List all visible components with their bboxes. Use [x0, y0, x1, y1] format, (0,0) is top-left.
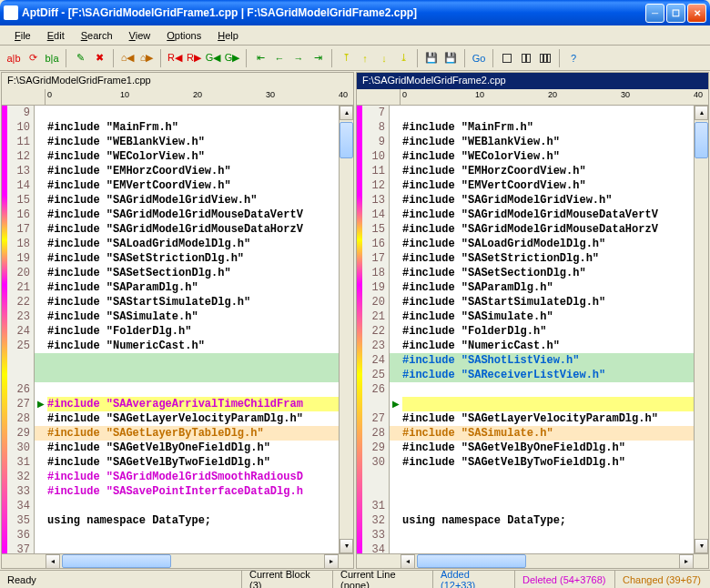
scroll-down-button[interactable]: ▾: [695, 539, 708, 553]
titlebar[interactable]: AptDiff - [F:\SAGridModelGridFrame1.cpp …: [0, 0, 710, 25]
code-line[interactable]: [402, 106, 694, 120]
scroll-left-button[interactable]: ◂: [401, 554, 415, 569]
code-line[interactable]: #include "SASimulate.h": [402, 309, 694, 324]
code-line[interactable]: #include "SAStartSimulateDlg.h": [47, 295, 339, 309]
code-line[interactable]: #include "SAParamDlg.h": [402, 280, 694, 295]
code-line[interactable]: #include "SASavePointInterfaceDataDlg.h: [47, 484, 339, 499]
next-diff-red-icon[interactable]: R▶: [186, 50, 202, 66]
right-code[interactable]: #include "MainFrm.h"#include "WEBlankVie…: [402, 106, 694, 553]
code-line[interactable]: [47, 528, 339, 542]
code-line[interactable]: [402, 499, 694, 513]
right-hscroll[interactable]: ◂ ▸: [357, 553, 708, 568]
scroll-thumb-h[interactable]: [417, 554, 526, 568]
close-button[interactable]: ✕: [687, 4, 706, 23]
code-line[interactable]: [402, 397, 694, 411]
prev-diff-green-icon[interactable]: G◀: [205, 50, 221, 66]
code-line[interactable]: #include "SAGridModelGridMouseDataHorzV: [402, 222, 694, 237]
code-line[interactable]: #include "SAGetLayerByTableDlg.h": [47, 426, 339, 441]
code-line[interactable]: #include "SASimulate.h": [402, 426, 694, 441]
code-line[interactable]: #include "SAGetLayerVelocityParamDlg.h": [402, 411, 694, 426]
code-line[interactable]: [47, 106, 339, 120]
code-line[interactable]: #include "FolderDlg.h": [47, 324, 339, 339]
left-vscroll[interactable]: ▴ ▾: [339, 106, 353, 553]
code-line[interactable]: using namespace DataType;: [402, 513, 694, 528]
code-line[interactable]: #include "SAGetVelByTwoFieldDlg.h": [47, 455, 339, 470]
go-line-icon[interactable]: Go: [471, 50, 487, 66]
menu-options[interactable]: Options: [159, 28, 208, 43]
layout-triple-icon[interactable]: [537, 50, 553, 66]
scroll-left-button[interactable]: ◂: [46, 554, 60, 569]
prev-icon[interactable]: ←: [271, 50, 288, 66]
code-line[interactable]: #include "WEBlankView.h": [402, 135, 694, 149]
home-prev-icon[interactable]: ⌂◀: [119, 50, 136, 66]
help-icon[interactable]: ?: [565, 50, 582, 66]
code-line[interactable]: #include "NumericCast.h": [402, 339, 694, 353]
code-line[interactable]: [47, 382, 339, 397]
next-icon[interactable]: →: [290, 50, 307, 66]
scroll-up-button[interactable]: ▴: [695, 106, 708, 120]
right-vscroll[interactable]: ▴ ▾: [694, 106, 708, 553]
layout-single-icon[interactable]: [499, 50, 515, 66]
right-editor[interactable]: 7891011121314151617181920212223242526272…: [357, 106, 708, 553]
code-line[interactable]: #include "SAGetVelByOneFieldDlg.h": [402, 441, 694, 455]
code-line[interactable]: [47, 368, 339, 382]
up-icon[interactable]: ↑: [357, 50, 373, 66]
code-line[interactable]: #include "SAGridModelGridSmoothRadiousD: [47, 470, 339, 484]
code-line[interactable]: using namespace DataType;: [47, 513, 339, 528]
code-line[interactable]: #include "EMVertCoordView.h": [402, 178, 694, 193]
code-line[interactable]: #include "MainFrm.h": [402, 120, 694, 135]
code-line[interactable]: #include "SAGetVelByOneFieldDlg.h": [47, 441, 339, 455]
scroll-thumb[interactable]: [695, 122, 708, 158]
code-line[interactable]: #include "SAAverageArrivalTimeChildFram: [47, 397, 339, 411]
down-icon[interactable]: ↓: [376, 50, 392, 66]
up-all-icon[interactable]: ⤒: [338, 50, 354, 66]
code-line[interactable]: #include "EMHorzCoordView.h": [47, 164, 339, 178]
home-next-icon[interactable]: ⌂▶: [138, 50, 155, 66]
code-line[interactable]: #include "EMVertCoordView.h": [47, 178, 339, 193]
menu-help[interactable]: Help: [210, 28, 246, 43]
left-hscroll[interactable]: ◂ ▸: [2, 553, 353, 568]
scroll-thumb[interactable]: [340, 122, 353, 158]
menu-view[interactable]: View: [122, 28, 158, 43]
code-line[interactable]: #include "SAReceiverListView.h": [402, 368, 694, 382]
code-line[interactable]: #include "SAGetVelByTwoFieldDlg.h": [402, 455, 694, 470]
menu-edit[interactable]: Edit: [40, 28, 72, 43]
layout-split-icon[interactable]: [518, 50, 534, 66]
scroll-thumb-h[interactable]: [62, 554, 171, 568]
code-line[interactable]: #include "SALoadGridModelDlg.h": [402, 237, 694, 251]
code-line[interactable]: #include "SAGridModelGridMouseDataVertV: [402, 208, 694, 222]
code-line[interactable]: [402, 542, 694, 553]
code-line[interactable]: #include "SASetSectionDlg.h": [402, 266, 694, 280]
code-line[interactable]: #include "SAStartSimulateDlg.h": [402, 295, 694, 309]
code-line[interactable]: #include "SAGridModelGridMouseDataHorzV: [47, 222, 339, 237]
code-line[interactable]: #include "SAGetLayerVelocityParamDlg.h": [47, 411, 339, 426]
down-all-icon[interactable]: ⤓: [395, 50, 411, 66]
save-as-icon[interactable]: 💾: [442, 50, 459, 66]
minimize-button[interactable]: ─: [645, 4, 664, 23]
code-line[interactable]: #include "SASetStrictionDlg.h": [47, 251, 339, 266]
scroll-right-button[interactable]: ▸: [324, 554, 339, 569]
menu-search[interactable]: Search: [74, 28, 120, 43]
scroll-right-button[interactable]: ▸: [679, 554, 694, 569]
code-line[interactable]: [402, 470, 694, 484]
swap-icon[interactable]: b|a: [44, 50, 60, 66]
next-diff-green-icon[interactable]: G▶: [224, 50, 240, 66]
code-line[interactable]: #include "SALoadGridModelDlg.h": [47, 237, 339, 251]
code-line[interactable]: #include "MainFrm.h": [47, 120, 339, 135]
maximize-button[interactable]: ☐: [666, 4, 685, 23]
right-pane-title[interactable]: F:\SAGridModelGridFrame2.cpp: [357, 73, 708, 89]
code-line[interactable]: [402, 528, 694, 542]
left-editor[interactable]: 9101112131415161718192021222324252627282…: [2, 106, 353, 553]
code-line[interactable]: #include "WEColorView.h": [402, 149, 694, 164]
code-line[interactable]: #include "SASetStrictionDlg.h": [402, 251, 694, 266]
menu-file[interactable]: File: [7, 28, 38, 43]
code-line[interactable]: #include "FolderDlg.h": [402, 324, 694, 339]
code-line[interactable]: #include "NumericCast.h": [47, 339, 339, 353]
code-line[interactable]: #include "SAGridModelGridView.h": [47, 193, 339, 208]
save-icon[interactable]: 💾: [423, 50, 440, 66]
code-line[interactable]: #include "WEBlankView.h": [47, 135, 339, 149]
code-line[interactable]: #include "SASetSectionDlg.h": [47, 266, 339, 280]
first-icon[interactable]: ⇤: [252, 50, 269, 66]
code-line[interactable]: #include "SAGridModelGridView.h": [402, 193, 694, 208]
compare-ab-icon[interactable]: a|b: [5, 50, 22, 66]
